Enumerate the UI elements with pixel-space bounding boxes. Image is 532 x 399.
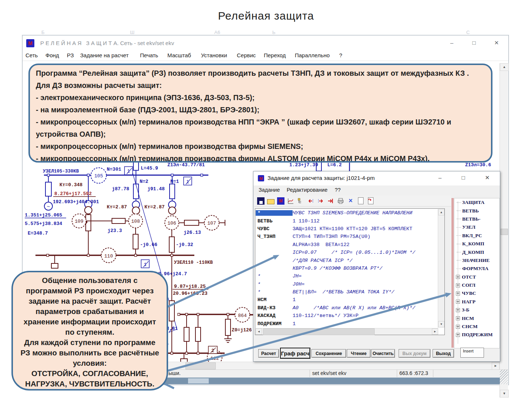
tree-item-znachenie[interactable]: ЗНАЧЕНИЕ — [454, 256, 499, 265]
editor-line[interactable]: ALPHA=338 BETA=122 — [256, 241, 437, 249]
tree-icon[interactable] — [297, 197, 304, 205]
expand-icon[interactable] — [456, 275, 460, 279]
tree-item-vkl-rs[interactable]: ВКЛ_РС — [454, 232, 499, 240]
editor-line[interactable]: КВРТ=0.9 /*КОЭФФ ВОЗВРАТА РТ*/ — [256, 265, 437, 272]
insert-mode-indicator: Insert — [460, 348, 484, 358]
hscroll-thumb[interactable] — [185, 362, 216, 369]
move-right-icon[interactable] — [317, 197, 324, 205]
expand-icon[interactable] — [456, 300, 460, 304]
dialog-maximize-icon[interactable]: □ — [458, 173, 469, 183]
expand-icon[interactable] — [456, 333, 460, 337]
editor-line[interactable]: КАСКАД110-112/*ветвь*/ УЗК=Р — [256, 312, 437, 320]
scroll-up-icon[interactable]: ▲ — [438, 209, 444, 215]
tree-item-vetv[interactable]: ВЕТВЬ — [454, 207, 499, 215]
vertical-scrollbar[interactable]: ▲ ▼ — [499, 63, 508, 398]
tree-item-otst[interactable]: ОТСТ — [454, 273, 499, 281]
scroll-left-icon[interactable]: ◄ — [256, 328, 262, 335]
tree-item-nsm[interactable]: НСМ — [454, 314, 499, 322]
menu-pechat[interactable]: Печать — [140, 52, 158, 58]
tree-item-sogl[interactable]: СОГЛ — [454, 281, 499, 289]
dialog-minimize-icon[interactable]: – — [434, 173, 446, 183]
tree-item-podrezhim[interactable]: ПОДРЕЖИМ — [454, 331, 499, 339]
strip-thumb[interactable] — [188, 378, 209, 383]
graph-calc-button[interactable]: Граф расч — [280, 348, 310, 359]
dialog-menu-edit[interactable]: Редактирование — [287, 187, 327, 193]
splitter[interactable] — [452, 198, 453, 348]
vscroll-thumb[interactable] — [501, 229, 508, 235]
svg-text:L=45.9: L=45.9 — [141, 166, 158, 171]
editor-line[interactable]: НСМ1 — [256, 296, 437, 304]
menu-rz[interactable]: РЗ — [67, 52, 74, 58]
tree-item-nagr[interactable]: НАГР — [454, 298, 499, 306]
expand-icon[interactable] — [456, 291, 460, 296]
editor-line[interactable]: ВЕТВЬ1 110-112 — [256, 217, 437, 225]
tree-item-z-b[interactable]: З-Б — [454, 306, 499, 314]
delete-icon[interactable]: × — [347, 197, 354, 205]
editor-line[interactable]: *ЧУВС ТЗНП SIEMENS-ОПРЕДЕЛЕНИЕ НАПРАВЛЕН… — [256, 209, 437, 217]
tree-item-zashchita[interactable]: ЗАЩИТА — [454, 198, 499, 207]
menu-masshtab[interactable]: Масштаб — [167, 52, 191, 58]
expand-icon[interactable] — [456, 308, 460, 312]
clear-button[interactable]: Очистить — [371, 349, 395, 358]
editor-line[interactable]: *J0H= — [256, 280, 437, 288]
editor-hscrollbar[interactable]: ◄ ► — [256, 328, 438, 335]
graph-icon[interactable] — [287, 197, 294, 205]
dialog-menu-help[interactable]: ?? — [335, 187, 341, 193]
save-icon[interactable] — [257, 197, 265, 205]
editor-text[interactable]: *ЧУВС ТЗНП SIEMENS-ОПРЕДЕЛЕНИЕ НАПРАВЛЕН… — [256, 209, 437, 327]
resize-grip[interactable] — [500, 370, 508, 384]
menu-perehod[interactable]: Переход — [264, 52, 286, 58]
editor-line[interactable]: /*ДЛЯ РАСЧЕТА ICP */ — [256, 256, 437, 264]
read-button[interactable]: Чтение — [347, 349, 371, 358]
editor-vscrollbar[interactable]: ▲ ▼ — [438, 209, 444, 328]
calc-button[interactable]: Расчет — [258, 349, 279, 358]
move-left-icon[interactable] — [307, 197, 314, 205]
scroll-right-icon[interactable]: ► — [432, 328, 438, 335]
editor-line[interactable]: *JH= — [256, 272, 437, 280]
scroll-right-icon[interactable]: ► — [492, 362, 499, 370]
tree-item-d-komp[interactable]: Д_КОМП — [454, 248, 499, 256]
menu-zadanie[interactable]: Задание на расчет — [80, 52, 129, 58]
dialog-menu-zadanie[interactable]: Задание — [259, 187, 280, 193]
editor-line[interactable]: ВИД-КЗА0 /*АВС или АВ(R X) или АВ+ВС(R X… — [256, 304, 437, 312]
menu-ustanovki[interactable]: Установки — [201, 52, 227, 58]
move-end-icon[interactable] — [327, 197, 334, 205]
scroll-down-icon[interactable]: ▼ — [438, 321, 444, 327]
expand-icon[interactable] — [456, 283, 460, 287]
svg-text:106: 106 — [167, 221, 176, 226]
maximize-icon[interactable]: □ — [468, 38, 480, 48]
menu-help[interactable]: ? — [339, 52, 342, 58]
menu-set[interactable]: Сеть — [25, 52, 38, 58]
open-icon[interactable] — [267, 197, 274, 205]
editor-line[interactable]: *ВЕТ||ВЛ= /*ВЕТВЬ ЗАМЕРА ТОКА IY*/ — [256, 288, 437, 296]
minimize-icon[interactable]: – — [446, 38, 458, 48]
close-icon[interactable]: ✕ — [490, 38, 503, 48]
editor-line[interactable]: ЧУВСЗАЩ=1021 КТН=1100 КТТ=120 JВТ=5 КОМП… — [256, 225, 437, 233]
tree-item-vetv-[interactable]: ВЕТВЬ- — [454, 215, 499, 223]
task-editor[interactable]: *ЧУВС ТЗНП SIEMENS-ОПРЕДЕЛЕНИЕ НАПРАВЛЕН… — [255, 208, 445, 335]
tree-item-uzel[interactable]: УЗЕЛ — [454, 223, 499, 231]
editor-line[interactable]: Ч_ТЗНПСТУП=4 ТИП=ТЗНП РМ=7SA(U0) — [256, 233, 437, 241]
scroll-up-icon[interactable]: ▲ — [500, 63, 509, 71]
expand-icon[interactable] — [456, 316, 460, 320]
dialog-close-icon[interactable]: ✕ — [482, 173, 493, 183]
tree-item-chuvs[interactable]: ЧУВС — [454, 289, 499, 297]
editor-line[interactable]: ICP=0.07 /* ICP= (0.05...1.0)*IHOM */ — [256, 249, 437, 256]
expand-icon[interactable] — [456, 325, 460, 329]
exit-button[interactable]: Выход — [433, 349, 454, 358]
tree-item-k-komp[interactable]: К_КОМП — [454, 240, 499, 248]
tree-item-snsm[interactable]: СНСМ — [454, 323, 499, 331]
app-icon[interactable]: М — [277, 197, 284, 205]
export-document-icon[interactable]: ↷ — [367, 197, 374, 205]
editor-line[interactable]: ПОДРЕЖИМ1 — [256, 320, 437, 327]
menu-parallelno[interactable]: Параллельно — [295, 52, 330, 58]
hscroll-thumb[interactable] — [263, 328, 375, 335]
svg-text:-j0.32: -j0.32 — [176, 242, 193, 248]
new-document-icon[interactable] — [357, 197, 364, 205]
tree-item-formula[interactable]: ФОРМУЛА — [454, 265, 499, 273]
save-button[interactable]: Сохранение — [311, 349, 346, 358]
scroll-down-icon[interactable]: ▼ — [500, 390, 509, 398]
menu-servis[interactable]: Сервис — [237, 52, 256, 58]
menu-fond[interactable]: Фонд — [45, 52, 59, 58]
print-icon[interactable] — [337, 197, 344, 205]
